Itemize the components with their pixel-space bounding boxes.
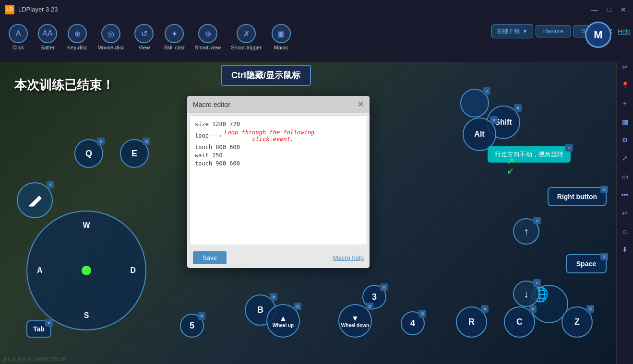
macro-editor-header: Macro editor ✕ [187, 96, 370, 113]
shootview-label: Shoot-view [195, 45, 221, 50]
tool-view[interactable]: ↺ View [131, 22, 157, 53]
wheel-up-button[interactable]: ▲ Wheel up ✕ [266, 304, 300, 338]
macro-help-link[interactable]: Macro help [333, 254, 364, 261]
joystick-a-label: A [37, 266, 43, 275]
shootcircle1-close[interactable]: ✕ [483, 87, 490, 95]
num4-key-button[interactable]: 4 ✕ [401, 311, 425, 335]
shoot-circle-1: ✕ [460, 89, 489, 117]
macro-editor: Macro editor ✕ size 1280 720 loop ——→ Lo… [187, 96, 370, 268]
help-button[interactable]: Help [618, 28, 631, 35]
joystick-center [82, 266, 91, 275]
app-title: LDPlayer 3.23 [18, 6, 58, 13]
wheel-down-button[interactable]: ▼ Wheel down ✕ [338, 304, 372, 338]
sidebar-grid-icon[interactable]: ▦ [618, 115, 632, 129]
shoottrigger-icon: ✗ [237, 24, 256, 43]
sidebar-down-icon[interactable]: ⬇ [618, 243, 632, 256]
macro-line-3: touch 800 600 [195, 144, 362, 151]
sidebar-settings-icon[interactable]: ⚙ [618, 133, 632, 147]
space-close[interactable]: ✕ [600, 253, 608, 260]
macro-line-5: touch 900 600 [195, 160, 362, 167]
restore-button[interactable]: Restore [536, 25, 571, 37]
sidebar-home-icon[interactable]: ⌂ [618, 224, 632, 238]
green-arrow-down: ↙ [507, 165, 514, 176]
minimize-button[interactable]: — [587, 2, 602, 17]
tab-key-button[interactable]: Tab ✕ [26, 320, 51, 338]
ctrl-tooltip: Ctrl隐藏/显示鼠标 [221, 65, 311, 86]
right-button-key[interactable]: Right button ✕ [548, 187, 607, 206]
num5-close[interactable]: ✕ [198, 312, 205, 320]
macro-editor-close-button[interactable]: ✕ [358, 100, 364, 109]
tool-shoottrigger[interactable]: ✗ Shoot-trigger [227, 22, 265, 53]
b-key-close[interactable]: ✕ [270, 293, 277, 301]
macro-editor-title: Macro editor [193, 101, 230, 108]
window-close-button[interactable]: ✕ [616, 2, 631, 17]
keydisc-label: Key-disc [67, 45, 87, 50]
up-arrow-button[interactable]: ↑ ✕ [513, 218, 539, 245]
q-key-button[interactable]: Q ✕ [74, 139, 103, 168]
wheeldown-close[interactable]: ✕ [366, 303, 373, 310]
m-button[interactable]: M [585, 22, 611, 48]
batter-label: Batter [40, 45, 54, 50]
sidebar-expand-icon[interactable]: ⤢ [618, 152, 632, 165]
sidebar-pin-icon[interactable]: 📍 [618, 79, 632, 92]
tool-click[interactable]: A Click [5, 22, 32, 53]
mousedisc-icon: ◎ [101, 24, 120, 43]
joystick-s-label: S [84, 311, 89, 320]
view-icon: ↺ [134, 24, 154, 43]
e-key-close[interactable]: ✕ [143, 138, 150, 145]
macro-line-1: size 1280 720 [195, 121, 362, 128]
downarrow-close[interactable]: ✕ [533, 279, 541, 287]
view-label: View [139, 45, 150, 50]
tool-batter[interactable]: AA Batter [34, 22, 61, 53]
tool-macro[interactable]: ▦ Macro [268, 22, 295, 53]
tool-keydisc[interactable]: ⊕ Key-disc [63, 22, 91, 53]
down-arrow-button[interactable]: ↓ ✕ [513, 281, 539, 307]
alt-close[interactable]: ✕ [490, 116, 498, 124]
space-key-button[interactable]: Space ✕ [566, 254, 607, 273]
infobox-close[interactable]: ✕ [565, 144, 573, 152]
shoottrigger-label: Shoot-trigger [231, 45, 262, 50]
info-box: 行走方向不动，视角旋转 ✕ [488, 146, 571, 163]
joystick-d-label: D [130, 266, 136, 275]
rightbutton-close[interactable]: ✕ [600, 186, 608, 193]
num3-close[interactable]: ✕ [380, 283, 388, 291]
tool-shootview[interactable]: ⊕ Shoot-view [191, 22, 225, 53]
shootview-icon: ⊕ [198, 24, 217, 43]
tab-close[interactable]: ✕ [45, 319, 53, 327]
shift-close[interactable]: ✕ [514, 104, 522, 112]
z-key-button[interactable]: Z ✕ [561, 306, 593, 338]
uparrow-close[interactable]: ✕ [533, 217, 541, 224]
green-arrow-up: ↗ [507, 156, 514, 166]
batter-icon: AA [38, 24, 57, 43]
num4-close[interactable]: ✕ [418, 310, 426, 317]
macro-save-button[interactable]: Save [193, 251, 227, 264]
tool-skillcast[interactable]: ✦ Skill cast [160, 22, 188, 53]
window-controls: — □ ✕ [587, 0, 633, 19]
macro-line-4: wait 250 [195, 152, 362, 159]
pencil-close[interactable]: ✕ [47, 181, 54, 188]
sidebar-screen-icon[interactable]: ▭ [618, 170, 632, 183]
sidebar-more-icon[interactable]: ••• [618, 188, 632, 201]
toolbar: LD LDPlayer 3.23 — □ ✕ A Click AA Batter… [0, 0, 633, 62]
c-key-button[interactable]: C ✕ [504, 306, 535, 338]
joystick-bg[interactable]: W A S D [26, 211, 146, 330]
click-label: Click [12, 45, 24, 50]
skillcast-label: Skill cast [164, 45, 184, 50]
skillcast-icon: ✦ [165, 24, 184, 43]
macro-line-2: loop ——→ Loop through the following clic… [195, 129, 362, 142]
maximize-button[interactable]: □ [602, 2, 616, 17]
sidebar-back-icon[interactable]: ↩ [618, 206, 632, 220]
sidebar-add-icon[interactable]: ＋ [618, 97, 632, 110]
num5-key-button[interactable]: 5 ✕ [180, 314, 204, 338]
sidebar-scissors-icon[interactable]: ✂ [618, 60, 632, 74]
keydisc-icon: ⊕ [68, 24, 87, 43]
e-key-button[interactable]: E ✕ [120, 139, 149, 168]
mirror-button[interactable]: 右键开镜 ▼ [491, 24, 533, 38]
z-key-close[interactable]: ✕ [586, 305, 594, 313]
q-key-close[interactable]: ✕ [97, 138, 105, 145]
r-key-close[interactable]: ✕ [481, 305, 489, 313]
tool-mousedisc[interactable]: ◎ Mouse-disc [94, 22, 128, 53]
wheelup-close[interactable]: ✕ [294, 303, 301, 310]
mousedisc-label: Mouse-disc [97, 45, 124, 50]
r-key-button[interactable]: R ✕ [456, 306, 487, 338]
